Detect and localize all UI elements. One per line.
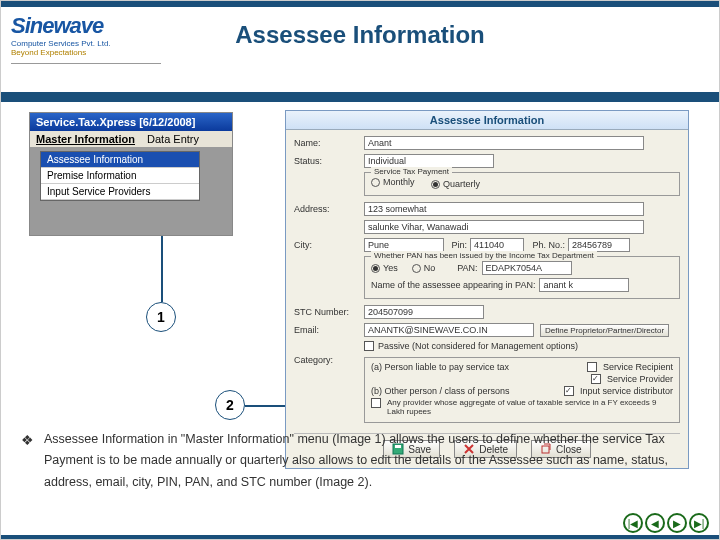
- bullet-icon: ❖: [21, 429, 34, 493]
- callout-2: 2: [215, 390, 245, 420]
- define-button[interactable]: Define Proprietor/Partner/Director: [540, 324, 669, 337]
- checkbox-service-provider[interactable]: ✓: [591, 374, 601, 384]
- nav-prev-button[interactable]: ◀: [645, 513, 665, 533]
- assessee-info-dialog: Assessee Information Name: Anant Status:…: [285, 110, 689, 469]
- page-title: Assessee Information: [235, 21, 484, 49]
- window-titlebar: Service.Tax.Xpress [6/12/2008]: [30, 113, 232, 131]
- label-passive: Passive (Not considered for Management o…: [378, 341, 578, 351]
- label-isd: Input service distributor: [580, 386, 673, 396]
- checkbox-service-recipient[interactable]: [587, 362, 597, 372]
- label-pan-name: Name of the assessee appearing in PAN:: [371, 280, 535, 290]
- pan-field[interactable]: EDAPK7054A: [482, 261, 572, 275]
- logo-subtitle-2: Beyond Expectations: [11, 48, 161, 57]
- label-phno: Ph. No.:: [524, 240, 568, 250]
- menuitem-premise-information[interactable]: Premise Information: [41, 168, 199, 184]
- label-service-provider: Service Provider: [607, 374, 673, 384]
- logo-name: Sinewave: [11, 13, 161, 39]
- menubar: Master Information Data Entry: [30, 131, 232, 147]
- checkbox-passive[interactable]: [364, 341, 374, 351]
- callout-line-1: [161, 236, 163, 302]
- email-field[interactable]: ANANTK@SINEWAVE.CO.IN: [364, 323, 534, 337]
- label-service-recipient: Service Recipient: [603, 362, 673, 372]
- submenu: Assessee Information Premise Information…: [40, 151, 200, 201]
- legend-pan: Whether PAN has been issued by the Incom…: [371, 251, 597, 260]
- nav-next-button[interactable]: ▶: [667, 513, 687, 533]
- legend-service-tax-payment: Service Tax Payment: [371, 167, 452, 176]
- label-category: Category:: [294, 355, 364, 365]
- dialog-title: Assessee Information: [286, 111, 688, 130]
- logo: Sinewave Computer Services Pvt. Ltd. Bey…: [11, 11, 161, 64]
- logo-subtitle-1: Computer Services Pvt. Ltd.: [11, 39, 161, 48]
- description-text: ❖ Assessee Information in "Master Inform…: [21, 429, 701, 493]
- radio-quarterly[interactable]: Quarterly: [431, 179, 480, 189]
- label-city: City:: [294, 240, 364, 250]
- address-field[interactable]: 123 somewhat: [364, 202, 644, 216]
- label-cat-c: Any provider whose aggregate of value of…: [387, 398, 673, 416]
- city-field[interactable]: Pune: [364, 238, 444, 252]
- menuitem-input-service-providers[interactable]: Input Service Providers: [41, 184, 199, 200]
- radio-pan-no[interactable]: No: [412, 263, 436, 273]
- stc-field[interactable]: 204507099: [364, 305, 484, 319]
- slide-nav: |◀ ◀ ▶ ▶|: [623, 513, 709, 533]
- label-pin: Pin:: [444, 240, 470, 250]
- radio-pan-yes[interactable]: Yes: [371, 263, 398, 273]
- nav-last-button[interactable]: ▶|: [689, 513, 709, 533]
- menu-data-entry[interactable]: Data Entry: [147, 133, 199, 145]
- label-email: Email:: [294, 325, 364, 335]
- pin-field[interactable]: 411040: [470, 238, 524, 252]
- app-window: Service.Tax.Xpress [6/12/2008] Master In…: [29, 112, 233, 236]
- address2-field[interactable]: salunke Vihar, Wanawadi: [364, 220, 644, 234]
- callout-1: 1: [146, 302, 176, 332]
- radio-monthly[interactable]: Monthly: [371, 177, 415, 187]
- menu-master-information[interactable]: Master Information: [36, 133, 135, 145]
- label-name: Name:: [294, 138, 364, 148]
- menuitem-assessee-information[interactable]: Assessee Information: [41, 152, 199, 168]
- name-field[interactable]: Anant: [364, 136, 644, 150]
- callout-line-2: [245, 405, 285, 407]
- description-body: Assessee Information in "Master Informat…: [44, 429, 701, 493]
- phno-field[interactable]: 28456789: [568, 238, 630, 252]
- label-status: Status:: [294, 156, 364, 166]
- nav-first-button[interactable]: |◀: [623, 513, 643, 533]
- label-cat-b: (b) Other person / class of persons: [371, 386, 558, 396]
- status-field[interactable]: Individual: [364, 154, 494, 168]
- label-stc: STC Number:: [294, 307, 364, 317]
- label-address: Address:: [294, 204, 364, 214]
- label-pan: PAN:: [457, 263, 477, 273]
- pan-name-field[interactable]: anant k: [539, 278, 629, 292]
- checkbox-cat-c[interactable]: [371, 398, 381, 408]
- label-cat-a: (a) Person liable to pay service tax: [371, 362, 581, 372]
- checkbox-isd[interactable]: ✓: [564, 386, 574, 396]
